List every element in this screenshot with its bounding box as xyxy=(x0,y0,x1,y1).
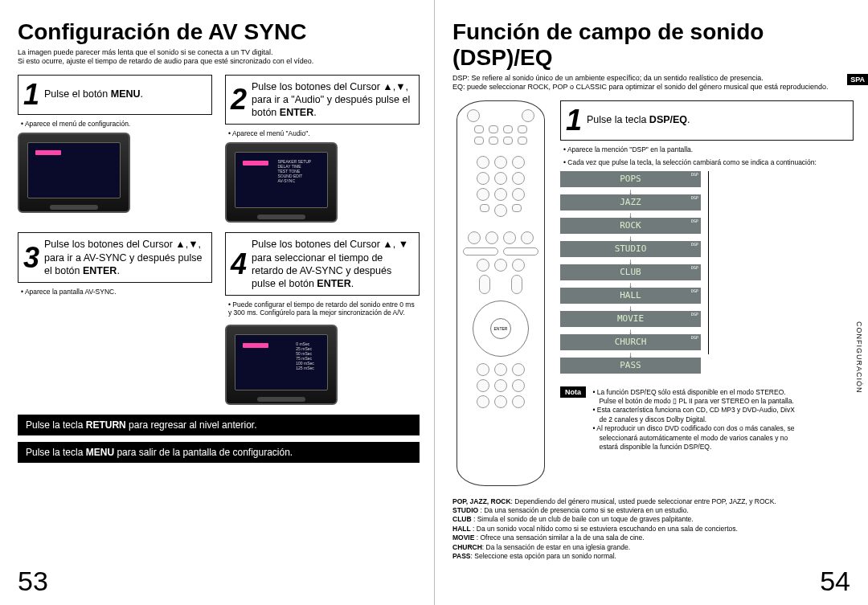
step-number-4: 4 xyxy=(231,250,247,279)
display-studio: STUDIODSP xyxy=(560,241,701,257)
step-number-2: 2 xyxy=(231,85,247,114)
step-number-1: 1 xyxy=(23,80,39,109)
dsp-bullet-2: Cada vez que pulse la tecla, la selecció… xyxy=(563,158,854,166)
page-number-right: 54 xyxy=(820,566,850,597)
step-4-bullet: Puede configurar el tiempo de retardo de… xyxy=(228,300,420,317)
page-left: Configuración de AV SYNC La imagen puede… xyxy=(0,0,434,605)
tv-screenshot-4: 0 mSec25 mSec50 mSec75 mSec100 mSec125 m… xyxy=(225,325,338,405)
config-side-tab: CONFIGURACIÓN xyxy=(855,321,863,394)
step-2-bullet: Aparece el menú "Audio". xyxy=(228,129,420,137)
spa-tab: SPA xyxy=(847,74,868,85)
dsp-step-1-box: 1 Pulse la tecla DSP/EQ. xyxy=(560,100,854,141)
display-jazz: JAZZDSP xyxy=(560,194,701,211)
mode-descriptions: POP, JAZZ, ROCK: Dependiendo del género … xyxy=(452,497,854,562)
step-1-box: 1 Pulse el botón MENU. xyxy=(18,75,212,115)
right-subtitle: DSP: Se refiere al sonido único de un am… xyxy=(452,74,854,92)
nota-badge: Nota xyxy=(560,386,586,398)
dsp-step-number-1: 1 xyxy=(566,106,582,135)
step-4-box: 4 Pulse los botones del Cursor ▲, ▼ para… xyxy=(225,232,420,296)
step-1-bullet: Aparece el menú de configuración. xyxy=(21,120,212,128)
step-number-3: 3 xyxy=(23,243,39,272)
display-movie: MOVIEDSP xyxy=(560,311,701,327)
display-hall: HALLDSP xyxy=(560,288,701,304)
return-strip: Pulse la tecla RETURN para regresar al n… xyxy=(18,415,420,435)
left-subtitle: La imagen puede parecer más lenta que el… xyxy=(18,48,420,67)
remote-control-diagram: ENTER xyxy=(457,100,545,486)
left-title: Configuración de AV SYNC xyxy=(18,19,420,45)
menu-strip: Pulse la tecla MENU para salir de la pan… xyxy=(18,442,420,463)
display-church: CHURCHDSP xyxy=(560,334,701,350)
display-pops: POPSDSP xyxy=(560,171,701,187)
right-title: Función de campo de sonido (DSP)/EQ xyxy=(452,19,854,71)
step-3-bullet: Aparece la pantalla AV-SYNC. xyxy=(21,288,212,296)
nota-item-1: La función DSP/EQ sólo está disponible e… xyxy=(592,388,801,407)
nota-item-3: Al reproducir un disco DVD codificado co… xyxy=(592,424,801,452)
display-club: CLUBDSP xyxy=(560,264,701,280)
step-2-box: 2 Pulse los botones del Cursor ▲,▼, para… xyxy=(225,75,420,125)
display-pass: PASS xyxy=(560,358,701,374)
display-rock: ROCKDSP xyxy=(560,218,701,234)
tv-screenshot-2: SPEAKER SETUPDELAY TIMETEST TONESOUND ED… xyxy=(225,142,338,223)
nota-block: Nota La función DSP/EQ sólo está disponi… xyxy=(560,383,854,452)
dsp-bullet-1: Aparece la mención "DSP" en la pantalla. xyxy=(563,145,854,153)
page-right: SPA CONFIGURACIÓN Función de campo de so… xyxy=(434,0,868,605)
nota-item-2: Esta característica funciona con CD, CD … xyxy=(592,406,801,424)
tv-screenshot-1 xyxy=(18,133,130,213)
step-3-box: 3 Pulse los botones del Cursor ▲,▼, para… xyxy=(18,232,212,283)
page-number-left: 53 xyxy=(18,566,48,597)
dsp-mode-cycle: POPSDSP ↓ JAZZDSP ↓ ROCKDSP ↓ STUDIODSP … xyxy=(560,171,701,375)
